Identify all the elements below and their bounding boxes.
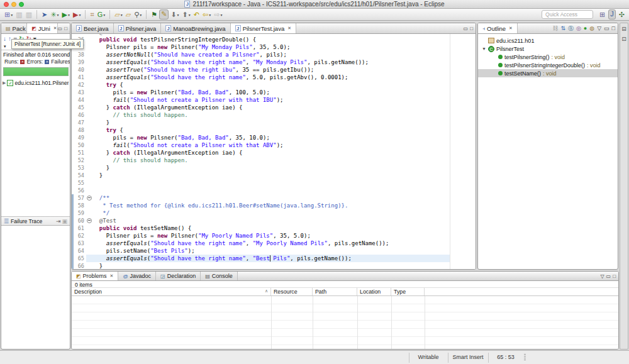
code-line[interactable]: 57 /** <box>72 194 476 202</box>
code-line[interactable]: 42 try { <box>72 81 476 89</box>
editor-tab-manoabrewing-java[interactable]: JManoaBrewing.java <box>161 23 230 33</box>
sort-icon[interactable]: ⇅ <box>560 25 565 31</box>
statusbar-drag-handle[interactable] <box>524 354 526 361</box>
outline-item[interactable]: testPilsnerString() : void <box>478 53 618 61</box>
fold-collapse-icon[interactable] <box>86 217 92 224</box>
new-wizard-icon[interactable]: ⊞▾ <box>3 9 14 19</box>
coverage-icon[interactable]: G▾ <box>96 9 107 19</box>
code-line[interactable]: 36 public void testPilsnerStringIntegerD… <box>72 36 476 43</box>
code-line[interactable]: 38 assertNotNull("Should have created a … <box>72 51 476 58</box>
code-line[interactable]: 46 // this should happen. <box>72 111 476 119</box>
minimize-window-button[interactable] <box>11 2 16 7</box>
code-line[interactable]: 53 } <box>72 164 476 172</box>
minimize-icon[interactable]: ▭ <box>464 26 469 31</box>
link-with-editor-icon[interactable]: ⛓ <box>552 25 558 31</box>
compare-result-icon[interactable]: ▣ <box>62 218 67 224</box>
minimized-view-icon-2[interactable]: ⊡ <box>621 36 626 42</box>
maximize-icon[interactable]: □ <box>64 26 67 31</box>
debug-perspective-icon[interactable]: ✣ <box>618 9 626 19</box>
tab-outline[interactable]: ⫞ Outline ✕ <box>478 23 518 33</box>
code-line[interactable]: 39 assertEquals("Should have the right n… <box>72 58 476 66</box>
open-perspective-icon[interactable]: ⊞ <box>598 9 606 19</box>
tab-problems[interactable]: ◩Problems✕ <box>72 272 118 280</box>
code-line[interactable]: 40 assertTrue("Should have the right ibu… <box>72 66 476 74</box>
code-line[interactable]: 58 * Test method for {@link edu.ics211.h… <box>72 202 476 209</box>
tab-pack[interactable]: ▤Pack <box>1 23 27 33</box>
run-icon[interactable]: ▶▾ <box>61 9 71 19</box>
editor-tab-pilsner-java[interactable]: JPilsner.java <box>114 23 162 33</box>
open-element-icon[interactable]: ➤ <box>40 9 48 19</box>
column-header-resource[interactable]: Resource <box>271 288 313 295</box>
maximize-icon[interactable]: □ <box>612 25 615 31</box>
fold-collapse-icon[interactable] <box>86 194 92 202</box>
hide-static-members-icon[interactable]: ◎ <box>576 25 581 31</box>
hide-fields-icon[interactable]: ⓐ <box>568 25 574 33</box>
code-line[interactable]: 61 public void testSetName() { <box>72 224 476 232</box>
tab-juni[interactable]: ◩JUni✕ <box>27 23 57 33</box>
code-editor[interactable]: 35 @Test36 public void testPilsnerString… <box>72 34 476 269</box>
code-line[interactable]: 64 pils.setName("Best Pils"); <box>72 247 476 255</box>
close-icon[interactable]: ✕ <box>110 273 114 279</box>
title-bar[interactable]: J 211f17workspace - Java - ICS211-worksp… <box>0 0 629 9</box>
minimize-icon[interactable]: ▭ <box>58 26 63 31</box>
close-icon[interactable]: ✕ <box>287 26 291 31</box>
save-all-icon[interactable]: ▥ <box>25 9 33 19</box>
debug-icon[interactable]: ✳▾ <box>49 9 60 19</box>
hide-non-public-icon[interactable]: ● <box>584 25 587 31</box>
prev-annotation-icon[interactable]: ⬆▾ <box>181 9 192 19</box>
view-menu-icon[interactable]: ▽ <box>600 273 604 279</box>
forward-icon[interactable]: ⇨▾ <box>213 9 223 19</box>
column-header-type[interactable]: Type <box>391 288 425 295</box>
next-failed-test-icon[interactable]: ↓ <box>3 35 6 42</box>
mark-occurrences-icon[interactable]: ✎ <box>159 9 169 19</box>
last-edit-location-icon[interactable]: ↶ <box>192 9 201 19</box>
code-line[interactable]: 65 assertEquals("Should have the right n… <box>72 255 476 262</box>
code-line[interactable]: 44 fail("Should not create a Pilsner wit… <box>72 96 476 104</box>
search-icon[interactable]: ⚲▾ <box>133 9 143 19</box>
minimize-icon[interactable]: ▭ <box>606 273 611 279</box>
minimized-view-icon-1[interactable]: ⊟ <box>621 26 626 32</box>
code-line[interactable]: 49 pils = new Pilsner("Bad, Bad, Bad", 3… <box>72 134 476 141</box>
code-line[interactable]: 63 assertEquals("Should have the right n… <box>72 240 476 247</box>
zoom-window-button[interactable] <box>19 2 24 7</box>
editor-tab-pilsnertest-java[interactable]: JPilsnerTest.java✕ <box>231 23 296 33</box>
minimize-icon[interactable]: ▭ <box>604 25 610 31</box>
code-line[interactable]: 48 try { <box>72 126 476 134</box>
code-line[interactable]: 56 <box>72 187 476 194</box>
view-menu-icon[interactable]: ▽ <box>597 25 601 31</box>
expander-icon[interactable]: ▶ <box>3 80 6 85</box>
outline-item[interactable]: testPilsnerStringIntegerDouble() : void <box>478 61 618 69</box>
code-line[interactable]: 55 <box>72 179 476 187</box>
code-line[interactable]: 59 */ <box>72 209 476 217</box>
problems-table-body[interactable] <box>72 296 618 349</box>
next-annotation-icon[interactable]: ⬇▾ <box>169 9 180 19</box>
outline-item[interactable]: edu.ics211.h01 <box>478 36 618 45</box>
toolbar-overflow-chevron-icon[interactable]: ▾ <box>4 44 6 49</box>
code-line[interactable]: 52 // this should happen. <box>72 157 476 164</box>
code-line[interactable]: 50 fail("Should not create a Pilsner wit… <box>72 141 476 149</box>
outline-item[interactable]: testSetName() : void <box>478 69 618 77</box>
outline-item[interactable]: ▼CPilsnerTest <box>478 45 618 53</box>
hide-local-types-icon[interactable]: ◍ <box>589 25 594 31</box>
editor-tab-beer-java[interactable]: JBeer.java <box>72 23 114 33</box>
run-last-icon[interactable]: ▶▾ <box>72 9 82 19</box>
code-line[interactable]: 43 pils = new Pilsner("Bad, Bad, Bad", 1… <box>72 89 476 96</box>
maximize-icon[interactable]: □ <box>613 273 616 279</box>
code-line[interactable]: 60 @Test <box>72 217 476 224</box>
open-type-icon[interactable]: ▱▾ <box>113 9 123 19</box>
code-line[interactable]: 54 } <box>72 172 476 179</box>
java-perspective-icon[interactable]: J <box>608 9 616 19</box>
back-icon[interactable]: ⇦▾ <box>201 9 212 19</box>
quick-access-input[interactable]: Quick Access <box>542 10 593 19</box>
close-icon[interactable]: ✕ <box>53 26 57 31</box>
code-line[interactable]: 51 } catch (IllegalArgumentException iae… <box>72 149 476 157</box>
code-line[interactable]: 45 } catch (IllegalArgumentException iae… <box>72 104 476 111</box>
new-java-project-icon[interactable]: ⌗ <box>89 9 95 19</box>
close-icon[interactable]: ✕ <box>509 26 513 31</box>
external-tools-icon[interactable]: ⚑ <box>150 9 159 19</box>
column-header-description[interactable]: Description∧ <box>72 288 271 295</box>
tab-javadoc[interactable]: @Javadoc <box>118 272 156 280</box>
show-stack-trace-console-icon[interactable]: ⇥ <box>56 218 61 224</box>
junit-test-tree-item[interactable]: ▶ ✓ edu.ics211.h01.PilsnerTest [ <box>1 80 70 86</box>
code-line[interactable]: 66 } <box>72 262 476 269</box>
